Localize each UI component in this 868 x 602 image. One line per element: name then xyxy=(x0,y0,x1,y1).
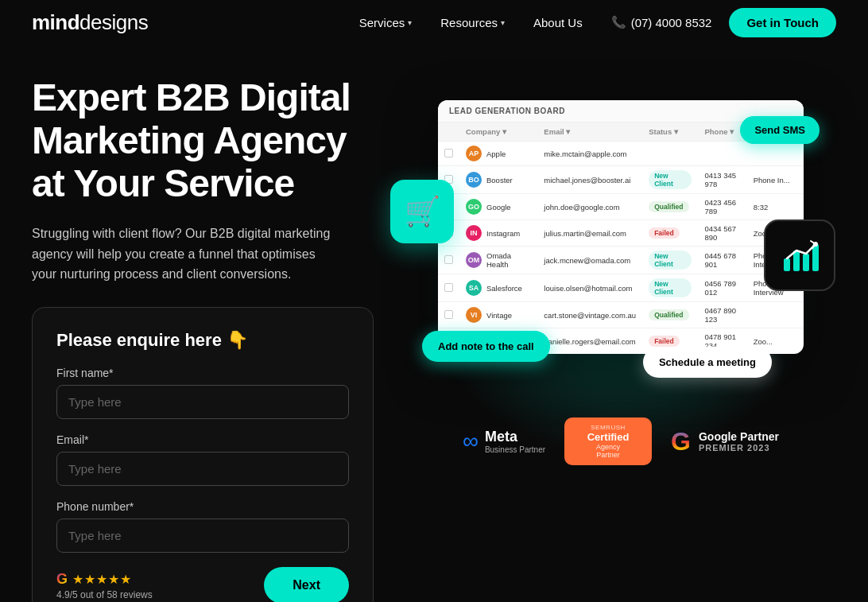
row-checkbox[interactable] xyxy=(438,247,459,274)
row-email: john.doe@google.com xyxy=(537,194,642,220)
col-company: Company ▾ xyxy=(459,122,537,142)
row-company: OM Omada Health xyxy=(459,247,537,274)
row-company: VI Vintage xyxy=(459,302,537,328)
semrush-top: SEMRUSH xyxy=(575,424,641,431)
google-partner-line2: PREMIER 2023 xyxy=(699,443,779,452)
google-partner-line1: Google Partner xyxy=(699,430,779,443)
row-phone: 0456 789 012 xyxy=(698,274,746,302)
row-phone: 0423 456 789 xyxy=(698,194,746,220)
phone-input[interactable] xyxy=(56,518,349,553)
semrush-sub1: Agency xyxy=(575,443,641,451)
partners-section: ∞ Meta Business Partner SEMRUSH Certifie… xyxy=(463,418,779,465)
hero-heading: Expert B2B Digital Marketing Agency at Y… xyxy=(32,76,374,204)
row-duration: Phone In... xyxy=(747,166,804,194)
row-status: Failed xyxy=(642,220,698,247)
row-duration: 8:32 xyxy=(747,194,804,220)
svg-rect-2 xyxy=(803,254,809,271)
row-status: New Client xyxy=(642,247,698,274)
row-checkbox[interactable] xyxy=(438,274,459,302)
row-phone: 0467 890 123 xyxy=(698,302,746,328)
chevron-down-icon: ▾ xyxy=(501,18,505,27)
col-status: Status ▾ xyxy=(642,122,698,142)
row-checkbox[interactable] xyxy=(438,302,459,328)
semrush-partner: SEMRUSH Certified Agency Partner xyxy=(564,418,652,465)
email-input[interactable] xyxy=(56,452,349,486)
table-row: BO Booster michael.jones@booster.ai New … xyxy=(438,166,804,194)
nav-item-services[interactable]: Services ▾ xyxy=(348,10,424,36)
phone-group: Phone number* xyxy=(56,500,349,553)
table-row: VI Vintage cart.stone@vintage.com.au Qua… xyxy=(438,302,804,328)
logo: minddesigns xyxy=(32,10,148,35)
send-sms-button[interactable]: Send SMS xyxy=(740,116,820,144)
star-icons: ★★★★★ xyxy=(72,572,132,587)
rating-row: G ★★★★★ xyxy=(56,571,153,588)
row-status: New Client xyxy=(642,166,698,194)
meta-logo: ∞ Meta Business Partner xyxy=(463,429,545,454)
row-email: danielle.rogers@email.com xyxy=(537,328,642,355)
chart-icon-float xyxy=(764,219,835,291)
col-email: Email ▾ xyxy=(537,122,642,142)
meta-name: Meta xyxy=(485,429,545,445)
get-in-touch-button[interactable]: Get in Touch xyxy=(729,8,836,37)
row-email: jack.mcnew@omada.com xyxy=(537,247,642,274)
first-name-input[interactable] xyxy=(56,385,349,419)
nav-item-about[interactable]: About Us xyxy=(522,10,594,36)
schedule-meeting-button[interactable]: Schedule a meeting xyxy=(643,347,772,378)
row-duration xyxy=(747,142,804,166)
google-g-large-icon: G xyxy=(671,427,691,456)
google-rating: G ★★★★★ 4.9/5 out of 58 reviews xyxy=(56,571,153,600)
table-row: IN Instagram julius.martin@email.com Fai… xyxy=(438,220,804,247)
svg-rect-0 xyxy=(784,258,790,271)
row-status: Qualified xyxy=(642,302,698,328)
row-email: michael.jones@booster.ai xyxy=(537,166,642,194)
next-button[interactable]: Next xyxy=(264,567,349,602)
google-partner-logo: G Google Partner PREMIER 2023 xyxy=(671,427,779,456)
meta-sub: Business Partner xyxy=(485,445,545,454)
google-partner: G Google Partner PREMIER 2023 xyxy=(671,427,779,456)
enquiry-form-card: Please enquire here 👇 First name* Email*… xyxy=(32,307,374,602)
row-email: mike.mctain@apple.com xyxy=(537,142,642,166)
nav-item-resources[interactable]: Resources ▾ xyxy=(429,10,516,36)
row-phone: 0413 345 978 xyxy=(698,166,746,194)
phone-icon: 📞 xyxy=(611,15,626,29)
table-row: SA Salesforce louise.olsen@hotmail.com N… xyxy=(438,274,804,302)
email-group: Email* xyxy=(56,433,349,486)
row-duration xyxy=(747,302,804,328)
row-phone: 0445 678 901 xyxy=(698,247,746,274)
phone-label: Phone number* xyxy=(56,500,349,513)
main-nav: Services ▾ Resources ▾ About Us 📞 (07) 4… xyxy=(348,8,836,37)
table-row: AP Apple mike.mctain@apple.com xyxy=(438,142,804,166)
phone-link[interactable]: 📞 (07) 4000 8532 xyxy=(600,9,723,36)
right-column: 🛒 Send SMS LEAD GENERATION BOARD xyxy=(405,76,836,602)
row-company: IN Instagram xyxy=(459,220,537,247)
dashboard-container: 🛒 Send SMS LEAD GENERATION BOARD xyxy=(438,100,804,354)
row-company: GO Google xyxy=(459,194,537,220)
row-company: AP Apple xyxy=(459,142,537,166)
row-status xyxy=(642,142,698,166)
table-row: OM Omada Health jack.mcnew@omada.com New… xyxy=(438,247,804,274)
col-checkbox xyxy=(438,122,459,142)
cart-icon-float: 🛒 xyxy=(390,180,454,243)
rating-text: 4.9/5 out of 58 reviews xyxy=(56,589,153,600)
email-label: Email* xyxy=(56,433,349,446)
first-name-label: First name* xyxy=(56,367,349,379)
add-note-button[interactable]: Add note to the call xyxy=(422,331,550,362)
semrush-certified: Certified xyxy=(575,431,641,443)
google-g-icon: G xyxy=(56,571,68,588)
row-email: cart.stone@vintage.com.au xyxy=(537,302,642,328)
row-status: Qualified xyxy=(642,194,698,220)
hero-subtext: Struggling with client flow? Our B2B dig… xyxy=(32,223,334,285)
meta-partner: ∞ Meta Business Partner xyxy=(463,429,545,454)
row-company: BO Booster xyxy=(459,166,537,194)
row-checkbox[interactable] xyxy=(438,142,459,166)
row-email: louise.olsen@hotmail.com xyxy=(537,274,642,302)
semrush-sub2: Partner xyxy=(575,451,641,459)
meta-icon: ∞ xyxy=(463,429,479,454)
row-email: julius.martin@email.com xyxy=(537,220,642,247)
row-status: New Client xyxy=(642,274,698,302)
chevron-down-icon: ▾ xyxy=(408,18,412,27)
form-footer: G ★★★★★ 4.9/5 out of 58 reviews Next xyxy=(56,567,349,602)
table-row: GO Google john.doe@google.com Qualified … xyxy=(438,194,804,220)
first-name-group: First name* xyxy=(56,367,349,419)
row-company: SA Salesforce xyxy=(459,274,537,302)
